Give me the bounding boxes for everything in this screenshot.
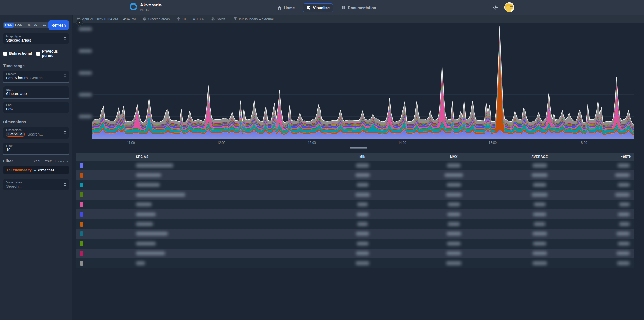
table-row[interactable] — [76, 209, 634, 219]
unit-pps[interactable]: ᵖ/ₛ — [42, 23, 48, 28]
redacted-value — [136, 193, 185, 197]
hash-icon: # — [193, 17, 195, 21]
redacted-value — [136, 183, 160, 187]
graph-type-label: Graph type — [6, 35, 61, 38]
graph-type-select[interactable]: Graph type Stacked areas — [3, 33, 69, 44]
saved-filters-select[interactable]: Saved filters Search... — [3, 179, 69, 190]
checkbox-unchecked[interactable] — [3, 52, 7, 56]
time-range-heading: Time range — [3, 63, 69, 68]
data-zoom-handle[interactable] — [350, 147, 367, 149]
redacted-value — [136, 173, 161, 177]
table-row[interactable] — [76, 161, 634, 170]
sidebar-collapse-button[interactable]: ‹ — [76, 19, 83, 26]
table-row[interactable] — [76, 229, 634, 239]
redacted-value — [619, 203, 630, 206]
stacked-area-chart[interactable] — [92, 25, 634, 139]
navbar-right — [493, 0, 514, 15]
user-avatar[interactable] — [504, 2, 514, 13]
redacted-value — [617, 164, 630, 167]
table-row[interactable] — [76, 170, 634, 180]
nav-item-documentation[interactable]: Documentation — [338, 3, 379, 12]
dimensions-select[interactable]: Dimensions SrcAS ✕ Search... — [3, 127, 69, 139]
nav-item-home[interactable]: Home — [274, 3, 298, 12]
akvorado-logo-icon — [129, 3, 137, 12]
redacted-value — [617, 261, 630, 265]
redacted-value — [615, 193, 630, 197]
table-row[interactable] — [76, 190, 634, 199]
col-header-min: MIN — [317, 155, 408, 159]
redacted-value — [534, 203, 546, 206]
previous-period-checkbox[interactable]: Previous period — [36, 49, 69, 58]
col-header-95th: ~95TH — [580, 155, 634, 159]
summary-limit: 10 — [177, 17, 186, 21]
options-sidebar: L3ᵇ/ₛ L2ᵇ/ₛ →% %→ ᵖ/ₛ Refresh Graph type… — [0, 15, 72, 320]
redacted-value — [136, 213, 156, 216]
series-color-swatch — [80, 241, 83, 246]
presets-select[interactable]: Presets Last 6 hours Search... — [3, 71, 69, 82]
funnel-icon — [233, 17, 237, 21]
presets-value: Last 6 hours — [6, 76, 28, 80]
start-time-input[interactable]: Start 6 hours ago — [3, 86, 69, 98]
redacted-value — [356, 261, 369, 265]
ctrl-enter-kbd: Ctrl-Enter — [32, 159, 53, 163]
graph-type-value: Stacked areas — [6, 38, 61, 42]
end-time-input[interactable]: End now — [3, 102, 69, 113]
redacted-value — [447, 164, 461, 167]
unit-l2bps[interactable]: L2ᵇ/ₛ — [14, 23, 24, 28]
chip-remove-icon[interactable]: ✕ — [20, 132, 23, 136]
table-row[interactable] — [76, 258, 634, 268]
nav-item-visualize[interactable]: Visualize — [303, 3, 333, 12]
bidirectional-checkbox[interactable]: Bidirectional — [3, 49, 36, 58]
dimensions-search-input[interactable]: Search... — [27, 132, 43, 136]
nav-item-label: Visualize — [313, 6, 330, 10]
redacted-value — [447, 183, 461, 187]
presets-search-input[interactable]: Search... — [30, 76, 46, 80]
filter-expression: InIfBoundary = external — [6, 168, 55, 172]
refresh-button[interactable]: Refresh — [48, 20, 69, 30]
redacted-value — [357, 203, 368, 206]
presentation-chart-icon — [306, 6, 311, 10]
series-color-swatch — [80, 183, 83, 187]
theme-toggle-sun-icon[interactable] — [493, 5, 498, 11]
table-row[interactable] — [76, 180, 634, 190]
table-row[interactable] — [76, 249, 634, 258]
col-header-max: MAX — [408, 155, 499, 159]
pie-chart-icon — [143, 17, 146, 21]
redacted-value — [357, 183, 369, 187]
redacted-value — [355, 173, 370, 177]
y-axis-label-redacted — [79, 93, 92, 97]
table-body — [76, 161, 634, 268]
chevron-up-down-icon — [64, 36, 67, 41]
series-color-swatch — [80, 173, 83, 178]
redacted-value — [136, 232, 168, 235]
dimension-chip-srcas[interactable]: SrcAS ✕ — [6, 132, 25, 137]
table-row[interactable] — [76, 239, 634, 248]
redacted-value — [136, 252, 165, 255]
unit-l3bps[interactable]: L3ᵇ/ₛ — [4, 23, 14, 28]
akvorado-visualize-page: { "navbar": { "brand": "Akvorado", "vers… — [0, 0, 644, 320]
saved-filters-search-input[interactable]: Search... — [6, 184, 22, 188]
checkbox-unchecked[interactable] — [36, 52, 40, 56]
redacted-value — [532, 232, 547, 235]
unit-out-percent[interactable]: %→ — [32, 23, 42, 28]
filter-expression-editor[interactable]: InIfBoundary = external — [3, 166, 69, 174]
unit-in-percent[interactable]: →% — [24, 23, 33, 28]
chevron-up-down-icon — [64, 130, 67, 135]
x-axis-tick: 14:00 — [391, 141, 413, 145]
table-row[interactable] — [76, 200, 634, 209]
redacted-value — [619, 222, 630, 226]
redacted-value — [356, 164, 369, 167]
redacted-value — [532, 252, 547, 255]
series-color-swatch — [80, 251, 83, 256]
series-table: SRC AS MIN MAX AVERAGE ~95TH — [76, 153, 634, 268]
redacted-value — [357, 213, 369, 216]
series-color-swatch — [80, 192, 83, 197]
series-color-swatch — [80, 231, 83, 236]
redacted-value — [356, 232, 369, 235]
home-icon — [277, 6, 282, 10]
limit-input[interactable]: Limit 10 — [3, 143, 69, 154]
redacted-value — [534, 222, 546, 226]
summary-dimensions: SrcAS — [211, 17, 226, 21]
redacted-value — [136, 222, 153, 226]
table-row[interactable] — [76, 219, 634, 229]
